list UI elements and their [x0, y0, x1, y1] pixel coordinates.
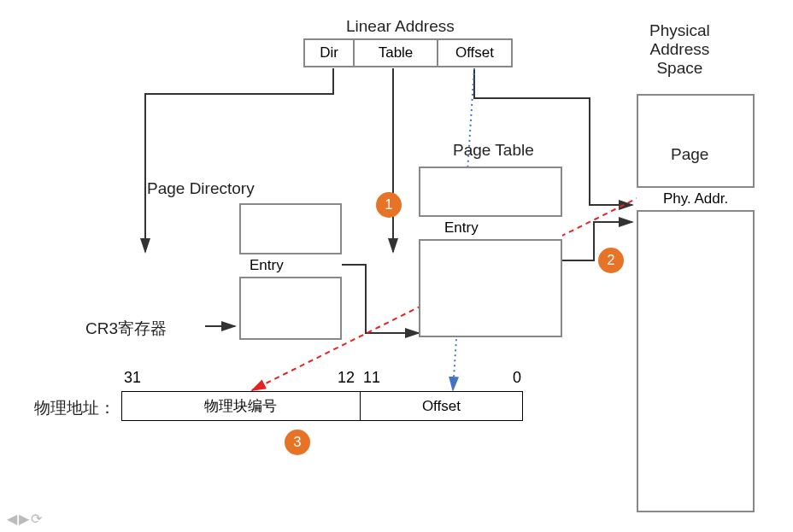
bit-0: 0: [513, 369, 521, 387]
badge-3: 3: [285, 430, 310, 455]
page-table-entry: Entry: [419, 215, 562, 241]
physical-addr-label: 物理地址：: [34, 397, 115, 419]
bit-12: 12: [338, 369, 355, 387]
physical-phyaddr-cell: Phy. Addr.: [637, 186, 755, 212]
page-table-box: [419, 167, 562, 337]
pa-offset-cell: Offset: [361, 392, 522, 420]
pa-block-cell: 物理块编号: [122, 392, 361, 420]
la-offset-cell: Offset: [438, 40, 511, 66]
refresh-icon: ⟳: [31, 511, 42, 527]
physical-page-label: Page: [671, 145, 708, 164]
bit-31: 31: [124, 369, 141, 387]
linear-address-title: Linear Address: [346, 17, 455, 36]
la-dir-cell: Dir: [305, 40, 355, 66]
bit-11: 11: [363, 369, 380, 387]
linear-address-box: Dir Table Offset: [303, 38, 513, 67]
physical-addr-box: 物理块编号 Offset: [121, 391, 523, 421]
cr3-label: CR3寄存器: [85, 318, 167, 340]
la-table-cell: Table: [355, 40, 438, 66]
nav-icons: ◀ ▶ ⟳: [7, 511, 42, 527]
prev-icon: ◀: [7, 511, 17, 527]
badge-2: 2: [598, 248, 624, 273]
page-directory-entry: Entry: [239, 253, 342, 278]
physical-space-title: Physical Address Space: [649, 21, 710, 78]
page-table-title: Page Table: [453, 141, 534, 160]
next-icon: ▶: [19, 511, 29, 527]
page-directory-title: Page Directory: [147, 179, 255, 198]
badge-1: 1: [376, 192, 402, 218]
